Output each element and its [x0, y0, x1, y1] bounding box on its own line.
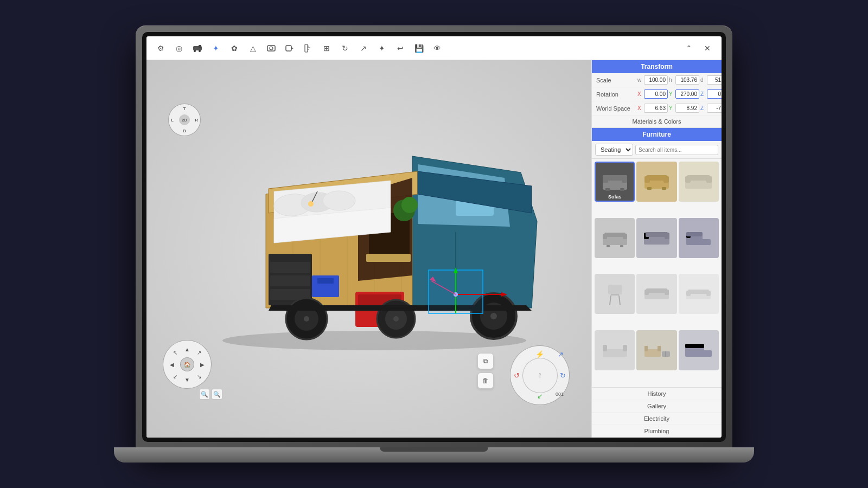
gallery-tab[interactable]: Gallery	[592, 400, 722, 413]
grid-icon[interactable]: ⊞	[319, 41, 334, 56]
nav-lower-right[interactable]: ↘	[195, 372, 203, 381]
move-icon[interactable]: ✦	[208, 41, 224, 56]
search-input[interactable]	[635, 145, 718, 155]
furniture-title: Furniture	[592, 128, 722, 141]
video-icon[interactable]	[282, 41, 297, 56]
photo-icon[interactable]	[264, 41, 279, 56]
furniture-item-2[interactable]	[636, 162, 676, 202]
rotation-y-input[interactable]	[675, 89, 699, 99]
world-z-input[interactable]	[707, 104, 722, 113]
svg-rect-77	[607, 245, 610, 247]
materials-colors-button[interactable]: Materials & Colors	[592, 115, 722, 128]
world-y-input[interactable]	[675, 104, 699, 113]
nav-down[interactable]: ▼	[183, 375, 192, 384]
nav-controls[interactable]: ▲ ▼ ◀ ▶ ↖ ↗ ↙ ↘ 🏠 🔍	[163, 340, 217, 394]
furniture-item-5[interactable]	[636, 218, 676, 258]
svg-point-48	[304, 316, 309, 322]
nav-left[interactable]: ◀	[168, 360, 176, 369]
nav-upper-left[interactable]: ↖	[171, 348, 180, 357]
svg-rect-87	[608, 285, 622, 294]
right-panel: Transform Scale w h d	[591, 60, 722, 438]
van-icon[interactable]	[190, 41, 205, 56]
settings-icon[interactable]: ⚙	[153, 41, 168, 56]
furniture-item-sofas[interactable]: Sofas	[595, 162, 635, 202]
triangle-icon[interactable]: △	[245, 41, 260, 56]
furniture-item-3[interactable]	[679, 162, 719, 202]
svg-rect-66	[646, 175, 667, 181]
furniture-item-10[interactable]	[595, 330, 635, 370]
compass-right-label: R	[195, 118, 198, 123]
world-x-input[interactable]	[644, 104, 668, 113]
svg-rect-86	[686, 232, 703, 236]
close-button[interactable]: ✕	[700, 41, 715, 56]
bottom-tabs: History Gallery Electricity Plumbing	[592, 387, 722, 438]
delete-button[interactable]: 🗑	[477, 373, 494, 389]
scale-d-label: d	[700, 77, 706, 83]
world-x-label: X	[637, 105, 643, 111]
furniture-item-7[interactable]	[595, 274, 635, 314]
furniture-item-11[interactable]	[636, 330, 676, 370]
svg-rect-8	[305, 44, 308, 52]
rotation-z-label: Z	[700, 91, 706, 97]
ruler-icon[interactable]	[301, 41, 316, 56]
nav-center[interactable]: 🏠	[180, 357, 194, 371]
svg-rect-21	[366, 254, 411, 262]
rotation-x-input[interactable]	[644, 89, 668, 99]
camera-target-icon[interactable]: ◎	[171, 41, 187, 56]
copy-button[interactable]: ⧉	[477, 353, 494, 369]
furniture-item-4[interactable]	[595, 218, 635, 258]
viewport[interactable]: T B L R 2D ▲ ▼ ◀	[146, 60, 591, 438]
toolbar: ⚙ ◎ ✦ ✿ △	[146, 36, 722, 60]
sparkle-icon[interactable]: ✦	[374, 41, 390, 56]
rotation-wheel[interactable]: ⚡ ↗ ↙ ↺ ↻ 001 ↑	[510, 345, 575, 410]
compass-center: 2D	[179, 114, 190, 125]
save-icon[interactable]: 💾	[411, 41, 426, 56]
laptop-frame: ⚙ ◎ ✦ ✿ △	[136, 25, 732, 448]
expand-icon[interactable]: ↗	[356, 41, 371, 56]
furniture-item-8[interactable]	[636, 274, 676, 314]
furniture-item-6[interactable]	[679, 218, 719, 258]
furniture-grid: Sofas	[592, 159, 722, 387]
svg-rect-6	[286, 46, 291, 51]
furniture-item-9[interactable]	[679, 274, 719, 314]
svg-rect-100	[603, 345, 607, 351]
scale-d-input[interactable]	[707, 75, 722, 85]
svg-rect-84	[700, 239, 711, 245]
nav-right[interactable]: ▶	[198, 360, 207, 369]
nav-lower-left[interactable]: ↙	[171, 372, 180, 381]
plumbing-tab[interactable]: Plumbing	[592, 425, 722, 438]
svg-rect-1	[199, 45, 201, 48]
category-select[interactable]: Seating	[595, 144, 633, 156]
nav-upper-right[interactable]: ↗	[195, 348, 203, 357]
sun-icon[interactable]: ✿	[227, 41, 242, 56]
scale-h-label: h	[669, 77, 674, 83]
rotation-label: Rotation	[596, 91, 635, 98]
scale-w-input[interactable]	[644, 75, 668, 85]
svg-rect-82	[646, 232, 668, 237]
furniture-item-12[interactable]	[679, 330, 719, 370]
scale-w-label: w	[637, 77, 643, 83]
rotation-z-input[interactable]	[707, 89, 722, 99]
svg-rect-104	[658, 346, 661, 351]
scale-h-input[interactable]	[675, 75, 699, 85]
compass-widget[interactable]: T B L R 2D	[168, 104, 201, 136]
svg-rect-103	[644, 346, 648, 351]
action-controls: ⧉ 🗑	[477, 353, 494, 389]
rotation-x-label: X	[637, 91, 643, 97]
zoom-in-button[interactable]: 🔍	[199, 389, 210, 400]
svg-point-45	[490, 313, 497, 319]
svg-rect-107	[685, 347, 704, 357]
zoom-out-button[interactable]: 🔍	[212, 389, 222, 400]
electricity-tab[interactable]: Electricity	[592, 413, 722, 425]
scale-label: Scale	[596, 77, 635, 84]
undo-icon[interactable]: ↩	[393, 41, 408, 56]
nav-up[interactable]: ▲	[183, 345, 192, 354]
eye-icon[interactable]: 👁	[430, 41, 445, 56]
svg-rect-101	[623, 345, 627, 351]
minimize-button[interactable]: ⌃	[681, 41, 697, 56]
history-tab[interactable]: History	[592, 388, 722, 400]
svg-point-37	[308, 201, 314, 207]
refresh-icon[interactable]: ↻	[337, 41, 353, 56]
compass-bottom-label: B	[183, 129, 186, 133]
svg-rect-67	[647, 187, 652, 190]
